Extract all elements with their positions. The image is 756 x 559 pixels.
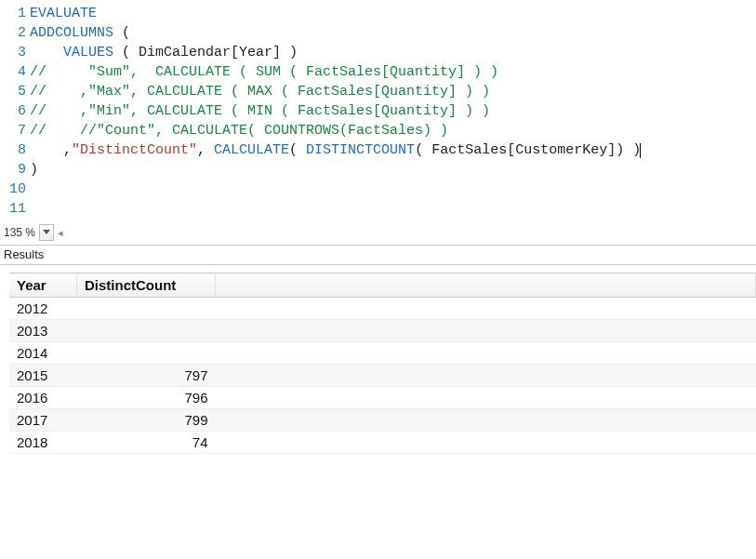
nav-left-icon[interactable]: ◂: [58, 227, 63, 239]
token-plain: (: [289, 142, 306, 158]
line-number: 10: [0, 180, 26, 199]
token-kw: ADDCOLUMNS: [30, 25, 113, 41]
token-kw: DISTINCTCOUNT: [306, 142, 415, 158]
line-number: 3: [0, 43, 26, 62]
token-plain: ,: [197, 142, 214, 158]
cell-year: 2017: [9, 409, 77, 432]
table-row[interactable]: 2017799: [9, 409, 756, 432]
code-line[interactable]: // //"Count", CALCULATE( COUNTROWS(FactS…: [30, 121, 756, 140]
cell-year: 2018: [9, 432, 77, 454]
cell-empty: [216, 320, 756, 342]
code-line[interactable]: [30, 199, 756, 219]
token-plain: ): [30, 162, 38, 178]
table-row[interactable]: 2012: [9, 298, 756, 320]
cell-year: 2012: [9, 298, 77, 320]
zoom-dropdown[interactable]: [39, 224, 54, 241]
token-str: "DistinctCount": [72, 142, 197, 158]
chevron-down-icon: [43, 230, 50, 235]
results-pane: Year DistinctCount 201220132014201579720…: [0, 265, 756, 454]
code-line[interactable]: ): [30, 160, 756, 180]
cell-year: 2015: [9, 365, 77, 387]
results-tab[interactable]: Results: [0, 246, 756, 265]
code-line[interactable]: [30, 180, 756, 199]
token-plain: (: [113, 25, 130, 41]
cell-empty: [216, 432, 756, 454]
line-number: 2: [0, 23, 26, 43]
line-number: 1: [0, 4, 26, 23]
table-row[interactable]: 2015797: [9, 365, 756, 387]
table-row[interactable]: 2016796: [9, 387, 756, 409]
code-area[interactable]: EVALUATEADDCOLUMNS ( VALUES ( DimCalenda…: [30, 4, 756, 219]
zoom-bar: 135 % ◂: [0, 219, 756, 245]
token-kw: EVALUATE: [30, 6, 97, 21]
cell-year: 2013: [9, 320, 77, 342]
line-number: 7: [0, 121, 26, 140]
token-comment: // ,"Min", CALCULATE ( MIN ( FactSales[Q…: [30, 103, 490, 119]
token-plain: [30, 45, 63, 60]
table-row[interactable]: 2014: [9, 342, 756, 365]
cell-empty: [216, 365, 756, 387]
col-distinctcount[interactable]: DistinctCount: [77, 273, 216, 298]
token-plain: ( FactSales[CustomerKey]) ): [415, 142, 641, 158]
token-kw: CALCULATE: [214, 142, 289, 158]
cell-distinctcount: 796: [77, 387, 216, 409]
line-number: 5: [0, 82, 26, 101]
token-comment: // ,"Max", CALCULATE ( MAX ( FactSales[Q…: [30, 84, 490, 100]
line-number: 9: [0, 160, 26, 180]
line-number: 11: [0, 199, 26, 219]
table-row[interactable]: 201874: [9, 432, 756, 454]
token-comment: // "Sum", CALCULATE ( SUM ( FactSales[Qu…: [30, 64, 498, 80]
cell-empty: [216, 387, 756, 409]
cell-year: 2016: [9, 387, 77, 409]
code-editor[interactable]: 1234567891011 EVALUATEADDCOLUMNS ( VALUE…: [0, 0, 756, 219]
code-line[interactable]: // ,"Max", CALCULATE ( MAX ( FactSales[Q…: [30, 82, 756, 101]
zoom-level: 135 %: [4, 226, 35, 239]
line-number: 6: [0, 101, 26, 121]
cell-empty: [216, 342, 756, 365]
col-year[interactable]: Year: [9, 273, 77, 298]
token-comment: // //"Count", CALCULATE( COUNTROWS(FactS…: [30, 123, 448, 139]
cell-distinctcount: 797: [77, 365, 216, 387]
line-number: 4: [0, 62, 26, 82]
cell-distinctcount: [77, 342, 216, 365]
code-line[interactable]: VALUES ( DimCalendar[Year] ): [30, 43, 756, 62]
cell-distinctcount: 74: [77, 432, 216, 454]
code-line[interactable]: // "Sum", CALCULATE ( SUM ( FactSales[Qu…: [30, 62, 756, 82]
token-plain: ,: [30, 142, 72, 158]
results-header-row: Year DistinctCount: [9, 273, 756, 298]
line-number: 8: [0, 140, 26, 160]
code-line[interactable]: EVALUATE: [30, 4, 756, 23]
token-plain: ( DimCalendar[Year] ): [113, 45, 298, 60]
line-number-gutter: 1234567891011: [0, 4, 30, 219]
col-empty: [216, 273, 756, 298]
cell-year: 2014: [9, 342, 77, 365]
cell-empty: [216, 298, 756, 320]
code-line[interactable]: ADDCOLUMNS (: [30, 23, 756, 43]
results-table: Year DistinctCount 201220132014201579720…: [9, 273, 756, 454]
code-line[interactable]: ,"DistinctCount", CALCULATE( DISTINCTCOU…: [30, 140, 756, 160]
cell-distinctcount: 799: [77, 409, 216, 432]
table-row[interactable]: 2013: [9, 320, 756, 342]
cell-empty: [216, 409, 756, 432]
cell-distinctcount: [77, 320, 216, 342]
cell-distinctcount: [77, 298, 216, 320]
code-line[interactable]: // ,"Min", CALCULATE ( MIN ( FactSales[Q…: [30, 101, 756, 121]
text-cursor: [640, 143, 641, 158]
token-kw: VALUES: [63, 45, 113, 60]
